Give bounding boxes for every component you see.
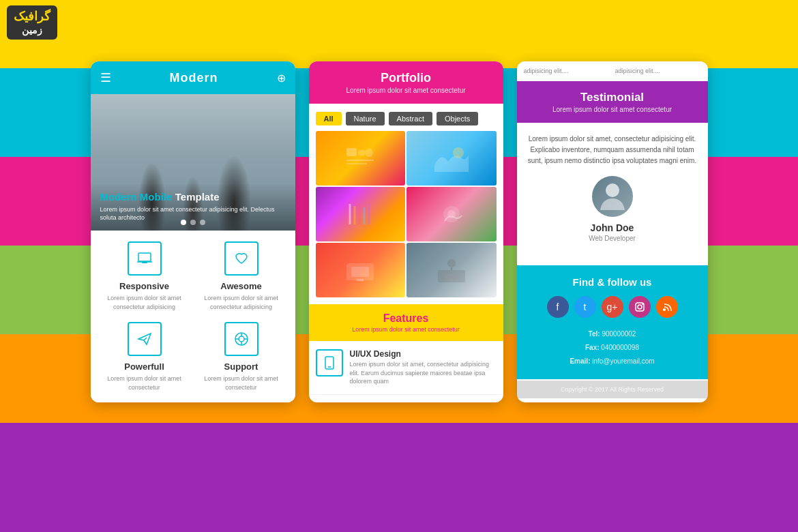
filter-objects[interactable]: Objects — [437, 112, 478, 125]
svg-point-26 — [447, 259, 456, 267]
rss-social-icon[interactable] — [656, 296, 678, 318]
avatar — [592, 176, 633, 217]
copyright: Copyright © 2017 All Rights Reserved — [517, 381, 708, 398]
social-icons: f t g+ — [527, 296, 698, 318]
email-line: Email: info@youremail.com — [527, 355, 698, 368]
fax-value: 0400000098 — [601, 344, 639, 351]
phone2-header: Portfolio Lorem ipsum dolor sit amet con… — [309, 61, 503, 104]
svg-rect-25 — [445, 274, 458, 280]
phone1-header: ☰ Modern ⊕ — [91, 61, 295, 94]
svg-point-10 — [365, 149, 373, 157]
person-name: John Doe — [527, 222, 698, 233]
phone2-mockup: Portfolio Lorem ipsum dolor sit amet con… — [309, 61, 503, 402]
hero-dots — [181, 220, 205, 225]
heart-icon — [224, 241, 258, 276]
phone1-hero: Modern Mobile Template Lorem ipsum dolor… — [91, 94, 295, 231]
svg-rect-0 — [138, 253, 151, 261]
bg-stripe-yellow — [0, 0, 798, 68]
portfolio-title: Portfolio — [316, 71, 497, 85]
lifebuoy-icon — [224, 322, 258, 356]
portfolio-thumb-4[interactable] — [407, 187, 497, 241]
svg-point-34 — [663, 308, 666, 311]
logo-line2: زمین — [22, 25, 42, 36]
t-dot-3[interactable] — [619, 249, 625, 254]
thumb-sim-2 — [407, 131, 497, 186]
svg-point-13 — [453, 147, 464, 158]
dot-1[interactable] — [181, 220, 186, 225]
feature-uiux-name: UI/UX Design — [350, 349, 497, 359]
fax-label: Fax: — [585, 344, 600, 351]
features-subtitle: Lorem ipsum dolor sit amet consectetur — [316, 326, 497, 333]
feature-awesome-title: Awesome — [220, 281, 261, 291]
feature-support-desc: Lorem ipsum dolor sit amet consectetur — [198, 374, 284, 391]
filter-abstract[interactable]: Abstract — [389, 112, 432, 125]
features-title: Features — [316, 312, 497, 325]
hero-title-colored: Modern Mobile — [100, 191, 173, 203]
portfolio-thumb-6[interactable] — [407, 243, 497, 297]
testimonial-subtitle: Lorem ipsum dolor sit amet consectetur — [524, 106, 701, 113]
hamburger-icon[interactable]: ☰ — [100, 70, 111, 85]
paper-plane-icon — [128, 322, 162, 356]
bg-stripe-purple — [0, 423, 798, 532]
thumb-sim-6 — [407, 243, 497, 297]
laptop-icon — [128, 241, 162, 276]
svg-rect-23 — [357, 279, 364, 281]
dot-2[interactable] — [190, 220, 196, 225]
feature-responsive: Responsive Lorem ipsum dolor sit amet co… — [102, 241, 188, 311]
email-label: Email: — [570, 357, 590, 365]
svg-rect-22 — [351, 267, 369, 277]
feature-responsive-desc: Lorem ipsum dolor sit amet consectetur a… — [102, 294, 188, 311]
t-dot-1[interactable] — [600, 249, 606, 254]
person-role: Web Developer — [527, 235, 698, 242]
testimonial-header: Testimonial Lorem ipsum dolor sit amet c… — [517, 81, 708, 123]
phone3-top: adipisicing elit.... adipisicing elit...… — [517, 61, 708, 81]
logo-line1: گرافیک — [14, 10, 50, 25]
hero-title-white: Template — [175, 191, 220, 203]
svg-rect-8 — [346, 148, 357, 156]
instagram-icon[interactable] — [629, 296, 651, 318]
googleplus-icon[interactable]: g+ — [602, 296, 623, 318]
feature-support: Support Lorem ipsum dolor sit amet conse… — [198, 322, 284, 391]
rss-icon[interactable]: ⊕ — [277, 72, 286, 85]
feature-uiux: UI/UX Design Lorem ipsum dolor sit amet,… — [309, 341, 503, 395]
portfolio-thumb-1[interactable] — [316, 131, 406, 186]
phone1-features: Responsive Lorem ipsum dolor sit amet co… — [91, 231, 295, 402]
svg-rect-9 — [358, 150, 365, 156]
features-header: Features Lorem ipsum dolor sit amet cons… — [309, 304, 503, 341]
phone3-mockup: adipisicing elit.... adipisicing elit...… — [517, 61, 708, 402]
logo-area: گرافیک زمین — [7, 5, 116, 57]
email-value: info@youremail.com — [592, 357, 654, 365]
t-dot-2[interactable] — [610, 249, 615, 254]
twitter-icon[interactable]: t — [574, 296, 596, 318]
dot-3[interactable] — [200, 220, 205, 225]
testimonial-title: Testimonial — [524, 91, 701, 104]
feature-uiux-text: UI/UX Design Lorem ipsum dolor sit amet,… — [350, 349, 497, 386]
portfolio-filters: All Nature Abstract Objects — [309, 104, 503, 131]
facebook-icon[interactable]: f — [547, 296, 569, 318]
feature-awesome: Awesome Lorem ipsum dolor sit amet conse… — [198, 241, 284, 311]
contact-info: Tel: 900000002 Fax: 0400000098 Email: in… — [527, 327, 698, 368]
portfolio-subtitle: Lorem ipsum dolor sit amet consectetur — [316, 87, 497, 94]
portfolio-grid — [309, 131, 503, 304]
svg-rect-1 — [142, 262, 147, 263]
mobile-icon — [316, 349, 343, 376]
feature-powerful-title: Powerfull — [124, 361, 164, 372]
svg-point-32 — [638, 305, 642, 309]
thumb-sim-1 — [316, 131, 406, 186]
hero-title: Modern Mobile Template — [100, 191, 286, 203]
portfolio-thumb-2[interactable] — [407, 131, 497, 186]
thumb-sim-3 — [316, 187, 406, 241]
portfolio-thumb-5[interactable] — [316, 243, 406, 297]
feature-uiux-description: Lorem ipsum dolor sit amet, consectetur … — [350, 360, 497, 386]
teaser-right: adipisicing elit.... — [615, 67, 701, 76]
filter-nature[interactable]: Nature — [346, 112, 385, 125]
svg-point-30 — [606, 183, 619, 197]
portfolio-thumb-3[interactable] — [316, 187, 406, 241]
testimonial-body: Lorem ipsum dolor sit amet, consectetur … — [517, 123, 708, 265]
filter-all[interactable]: All — [316, 112, 342, 125]
tel-label: Tel: — [589, 330, 600, 338]
tel-value: 900000002 — [602, 330, 636, 338]
teaser-left: adipisicing elit.... — [524, 67, 610, 76]
phone1-title: Modern — [170, 71, 218, 85]
testimonial-quote: Lorem ipsum dolor sit amet, consectetur … — [527, 134, 698, 166]
